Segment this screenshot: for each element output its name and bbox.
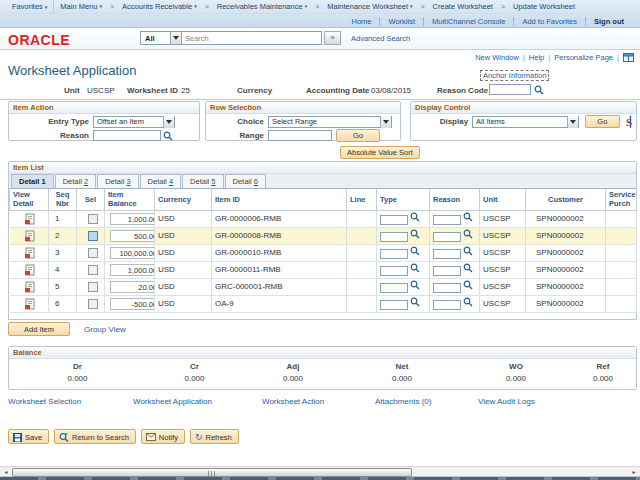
reason-lookup-icon[interactable] [163, 131, 173, 141]
reason-lookup-icon[interactable] [463, 263, 473, 273]
scrollbar-thumb[interactable] [12, 468, 412, 477]
reason-input[interactable] [433, 249, 461, 259]
sel-checkbox[interactable] [88, 214, 98, 224]
help-link[interactable]: Help [529, 53, 544, 62]
item-balance-field[interactable]: 500.00 [110, 230, 155, 242]
scroll-right-arrow-icon[interactable]: ▸ [629, 468, 639, 477]
refresh-button[interactable]: ↻ Refresh [190, 429, 239, 444]
group-view-link[interactable]: Group View [84, 325, 126, 334]
reason-lookup-icon[interactable] [463, 229, 473, 239]
breadcrumb-accounts-receivable[interactable]: Accounts Receivable▾ [116, 2, 203, 11]
worksheet-selection-link[interactable]: Worksheet Selection [8, 397, 81, 406]
worklist-link[interactable]: Worklist [380, 17, 424, 26]
reason-input[interactable] [433, 232, 461, 242]
tab-detail-1[interactable]: Detail 1 [11, 174, 54, 188]
horizontal-scrollbar[interactable]: ◂ ▸ [0, 466, 640, 477]
reason-input[interactable] [433, 266, 461, 276]
sel-checkbox[interactable] [88, 282, 98, 292]
type-lookup-icon[interactable] [410, 229, 420, 239]
type-input[interactable] [380, 215, 408, 225]
service-purch-cell [606, 227, 637, 244]
sel-checkbox[interactable] [88, 299, 98, 309]
view-detail-icon[interactable] [24, 247, 36, 259]
page-toolbar: Save Return to Search Notify ↻ Refresh [8, 429, 239, 444]
breadcrumb-create-worksheet[interactable]: Create Worksheet [427, 2, 499, 11]
breadcrumb-main-menu[interactable]: Main Menu▾ [54, 2, 108, 11]
range-go-button[interactable]: Go [336, 129, 380, 142]
personalize-grid-icon[interactable] [623, 53, 634, 62]
add-item-button[interactable]: Add Item [8, 322, 70, 336]
reason-code-input[interactable] [489, 84, 531, 95]
scroll-left-arrow-icon[interactable]: ◂ [1, 468, 11, 477]
reason-code-lookup-icon[interactable] [534, 85, 544, 95]
choice-select[interactable]: Select Range [268, 116, 392, 128]
view-detail-icon[interactable] [24, 264, 36, 276]
anchor-information-link[interactable]: Anchor Information [480, 70, 549, 81]
sel-checkbox[interactable] [88, 265, 98, 275]
tab-detail-6[interactable]: Detail 6 [225, 174, 266, 188]
save-button[interactable]: Save [8, 429, 49, 444]
sel-checkbox[interactable] [88, 248, 98, 258]
item-balance-field[interactable]: -500.00 [110, 298, 155, 310]
tab-detail-4[interactable]: Detail 4 [140, 174, 181, 188]
reason-lookup-icon[interactable] [463, 297, 473, 307]
attachments-link[interactable]: Attachments (0) [375, 397, 431, 406]
item-balance-field[interactable]: 100,000.00 [110, 247, 155, 259]
type-input[interactable] [380, 283, 408, 293]
reason-input[interactable] [433, 300, 461, 310]
advanced-search-link[interactable]: Advanced Search [351, 34, 410, 43]
absolute-value-sort-button[interactable]: Absolute Value Sort [340, 146, 420, 159]
breadcrumb-maintenance-worksheet[interactable]: Maintenance Worksheet▾ [321, 2, 418, 11]
reason-lookup-icon[interactable] [463, 212, 473, 222]
view-detail-icon[interactable] [24, 298, 36, 310]
search-scope-select[interactable]: All [140, 31, 182, 45]
worksheet-action-link[interactable]: Worksheet Action [262, 397, 324, 406]
view-audit-logs-link[interactable]: View Audit Logs [478, 397, 535, 406]
ref-label: Ref [571, 362, 635, 371]
item-balance-field[interactable]: 1,000.00 [110, 264, 155, 276]
currency-conversion-icon[interactable]: S [625, 115, 636, 128]
seq-cell: 5 [49, 278, 77, 295]
item-action-reason-input[interactable] [93, 130, 161, 141]
display-select[interactable]: All Items [472, 116, 578, 128]
add-to-favorites-link[interactable]: Add to Favorites [514, 17, 586, 26]
type-lookup-icon[interactable] [410, 297, 420, 307]
reason-lookup-icon[interactable] [463, 280, 473, 290]
display-go-button[interactable]: Go [585, 115, 621, 128]
entry-type-select[interactable]: Offset an Item [93, 116, 175, 128]
type-input[interactable] [380, 300, 408, 310]
new-window-link[interactable]: New Window [475, 53, 519, 62]
worksheet-application-link[interactable]: Worksheet Application [133, 397, 212, 406]
type-input[interactable] [380, 266, 408, 276]
reason-lookup-icon[interactable] [463, 246, 473, 256]
range-input[interactable] [268, 130, 332, 141]
tab-detail-2[interactable]: Detail 2 [55, 174, 96, 188]
type-input[interactable] [380, 249, 408, 259]
personalize-page-link[interactable]: Personalize Page [554, 53, 613, 62]
item-balance-field[interactable]: 20.00 [110, 281, 155, 293]
type-input[interactable] [380, 232, 408, 242]
search-input[interactable] [182, 31, 322, 45]
breadcrumb-favorites[interactable]: Favorites▾ [6, 0, 54, 14]
notify-button[interactable]: Notify [141, 429, 185, 444]
view-detail-icon[interactable] [24, 213, 36, 225]
reason-input[interactable] [433, 215, 461, 225]
type-lookup-icon[interactable] [410, 212, 420, 222]
sign-out-link[interactable]: Sign out [586, 17, 632, 26]
breadcrumb-receivables-maintenance[interactable]: Receivables Maintenance▾ [211, 2, 313, 11]
type-lookup-icon[interactable] [410, 263, 420, 273]
reason-input[interactable] [433, 283, 461, 293]
item-balance-field[interactable]: 1,000.00 [110, 213, 155, 225]
multichannel-console-link[interactable]: MultiChannel Console [424, 17, 514, 26]
view-detail-icon[interactable] [24, 281, 36, 293]
tab-detail-3[interactable]: Detail 3 [97, 174, 138, 188]
tab-detail-5[interactable]: Detail 5 [182, 174, 223, 188]
return-to-search-button[interactable]: Return to Search [54, 429, 136, 444]
view-detail-icon[interactable] [24, 230, 36, 242]
sel-checkbox[interactable] [88, 231, 98, 241]
breadcrumb-update-worksheet[interactable]: Update Worksheet [507, 2, 581, 11]
type-lookup-icon[interactable] [410, 246, 420, 256]
home-link[interactable]: Home [343, 17, 380, 26]
search-go-button[interactable]: » [324, 31, 341, 45]
type-lookup-icon[interactable] [410, 280, 420, 290]
